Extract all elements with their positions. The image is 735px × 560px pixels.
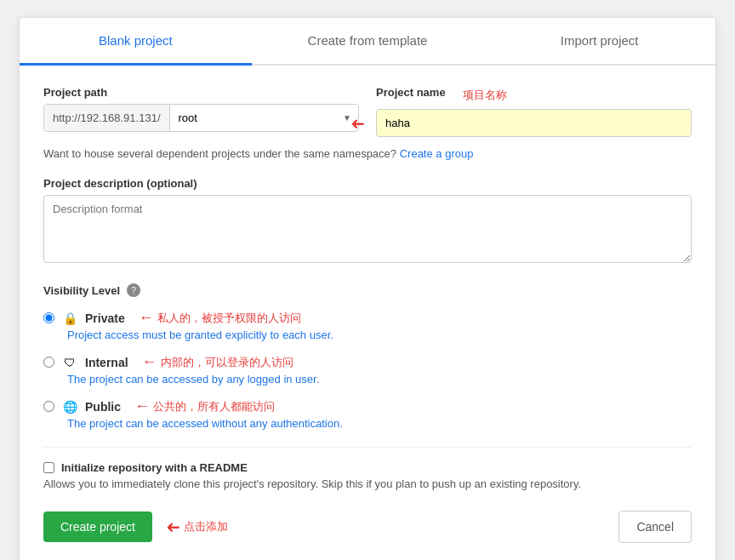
description-label: Project description (optional) <box>43 177 692 190</box>
visibility-private-desc: Project access must be granted explicitl… <box>67 329 692 341</box>
tab-import-project[interactable]: Import project <box>483 18 715 66</box>
visibility-public-radio[interactable] <box>43 401 54 412</box>
visibility-public-label: Public <box>85 400 121 414</box>
public-arrow-icon: ← <box>134 397 150 415</box>
internal-arrow-icon: ← <box>142 353 157 371</box>
project-name-header: Project name 项目名称 <box>376 86 692 104</box>
project-path-prefix: http://192.168.91.131/ <box>44 105 170 131</box>
visibility-private-item: 🔒 Private ← 私人的，被授予权限的人访问 Project access… <box>43 309 692 341</box>
project-path-select[interactable]: root <box>170 105 359 131</box>
visibility-internal-label: Internal <box>85 356 128 369</box>
create-annotation-text: 点击添加 <box>184 519 228 534</box>
form-content: Project path http://192.168.91.131/ root… <box>20 66 715 560</box>
private-annotation: ← 私人的，被授予权限的人访问 <box>139 309 301 327</box>
create-project-modal: Blank project Create from template Impor… <box>19 17 716 560</box>
visibility-private-label: Private <box>85 311 125 325</box>
visibility-public-row: 🌐 Public ← 公共的，所有人都能访问 <box>43 397 692 415</box>
internal-annotation: ← 内部的，可以登录的人访问 <box>142 353 293 371</box>
footer-left: Create project ➜ 点击添加 <box>43 511 228 542</box>
project-path-label: Project path <box>43 86 359 99</box>
description-textarea[interactable] <box>43 195 692 263</box>
project-name-input-wrapper: ➜ <box>376 109 692 137</box>
visibility-title: Visibility Level <box>43 284 120 297</box>
init-repo-label: Initialize repository with a README <box>61 461 248 474</box>
project-name-input[interactable] <box>376 109 692 137</box>
visibility-private-radio[interactable] <box>43 312 54 323</box>
visibility-internal-radio[interactable] <box>43 357 54 368</box>
project-name-arrow-icon: ➜ <box>350 113 365 134</box>
private-annotation-text: 私人的，被授予权限的人访问 <box>157 311 301 326</box>
create-project-button[interactable]: Create project <box>43 511 152 542</box>
shield-icon: 🛡 <box>61 354 78 371</box>
private-arrow-icon: ← <box>139 309 154 327</box>
tab-blank-project[interactable]: Blank project <box>20 18 252 66</box>
tab-create-from-template[interactable]: Create from template <box>252 18 484 66</box>
description-group: Project description (optional) <box>43 177 692 266</box>
visibility-section: Visibility Level ? 🔒 Private ← 私人的，被授予权限… <box>43 283 692 430</box>
init-repo-description: Allows you to immediately clone this pro… <box>43 477 692 490</box>
visibility-internal-item: 🛡 Internal ← 内部的，可以登录的人访问 The project ca… <box>43 353 692 386</box>
lock-icon: 🔒 <box>61 310 78 327</box>
create-group-link[interactable]: Create a group <box>400 147 474 160</box>
visibility-public-item: 🌐 Public ← 公共的，所有人都能访问 The project can b… <box>43 397 692 430</box>
public-annotation: ← 公共的，所有人都能访问 <box>134 397 275 415</box>
visibility-title-row: Visibility Level ? <box>43 283 692 297</box>
globe-icon: 🌐 <box>61 398 78 415</box>
create-arrow-icon: ➜ <box>166 517 180 537</box>
visibility-private-row: 🔒 Private ← 私人的，被授予权限的人访问 <box>43 309 692 327</box>
init-repo-checkbox[interactable] <box>43 462 54 473</box>
project-name-group: Project name 项目名称 ➜ <box>376 86 692 137</box>
help-icon[interactable]: ? <box>127 283 140 297</box>
public-annotation-text: 公共的，所有人都能访问 <box>153 399 275 414</box>
path-and-name-row: Project path http://192.168.91.131/ root… <box>43 86 692 137</box>
project-path-input-wrapper: http://192.168.91.131/ root ▼ <box>43 104 359 132</box>
namespace-hint: Want to house several dependent projects… <box>43 147 692 160</box>
project-path-select-wrapper: root ▼ <box>170 105 359 131</box>
cancel-button[interactable]: Cancel <box>618 511 692 543</box>
tabs-bar: Blank project Create from template Impor… <box>20 18 715 66</box>
init-repo-section: Initialize repository with a README Allo… <box>43 447 692 490</box>
init-repo-row: Initialize repository with a README <box>43 461 692 474</box>
footer-row: Create project ➜ 点击添加 Cancel <box>43 511 692 543</box>
project-path-group: Project path http://192.168.91.131/ root… <box>43 86 359 137</box>
create-annotation: ➜ 点击添加 <box>166 517 228 537</box>
project-name-label: Project name <box>376 86 446 99</box>
visibility-internal-row: 🛡 Internal ← 内部的，可以登录的人访问 <box>43 353 692 371</box>
project-name-annotation: 项目名称 <box>463 88 507 103</box>
visibility-public-desc: The project can be accessed without any … <box>67 417 692 430</box>
visibility-internal-desc: The project can be accessed by any logge… <box>67 373 692 386</box>
internal-annotation-text: 内部的，可以登录的人访问 <box>161 355 293 370</box>
